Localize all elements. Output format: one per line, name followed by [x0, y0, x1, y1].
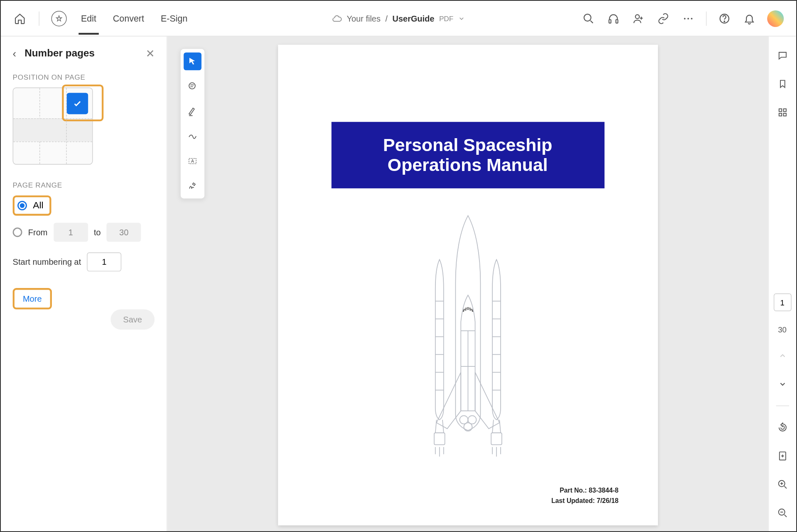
document-area: Personal Spaceship Operations Manual	[167, 37, 768, 532]
svg-point-5	[687, 17, 689, 19]
document-title: Personal Spaceship Operations Manual	[331, 122, 604, 188]
breadcrumb-ext: PDF	[439, 14, 453, 22]
svg-text:A: A	[191, 159, 194, 164]
to-label: to	[94, 227, 101, 237]
breadcrumb-sep: /	[385, 14, 388, 23]
sign-tool[interactable]	[183, 177, 201, 195]
select-tool[interactable]	[183, 52, 201, 70]
svg-point-6	[691, 17, 692, 19]
to-input[interactable]	[107, 223, 141, 242]
svg-rect-1	[609, 20, 611, 23]
svg-line-22	[465, 307, 466, 310]
floating-toolbar: A	[180, 48, 205, 199]
total-pages: 30	[778, 325, 787, 334]
svg-line-25	[471, 309, 472, 312]
comment-tool[interactable]	[183, 77, 201, 95]
tutorial-highlight-all: All	[13, 195, 51, 216]
start-label: Start numbering at	[13, 257, 81, 267]
svg-point-0	[584, 14, 591, 21]
help-icon[interactable]	[717, 11, 731, 25]
number-pages-panel: ‹ Number pages ✕ Position on page Page r…	[1, 37, 167, 532]
svg-point-8	[724, 21, 725, 22]
grid-icon[interactable]	[775, 105, 789, 120]
headphones-icon[interactable]	[606, 11, 621, 25]
page-down-icon[interactable]	[775, 377, 789, 391]
rotate-icon[interactable]	[775, 420, 789, 434]
spaceship-illustration	[406, 212, 530, 473]
breadcrumb-filename[interactable]: UserGuide	[392, 14, 434, 23]
svg-rect-43	[783, 113, 786, 116]
bell-icon[interactable]	[742, 11, 756, 25]
from-input[interactable]	[54, 223, 88, 242]
from-label: From	[28, 227, 48, 237]
back-icon[interactable]: ‹	[13, 47, 17, 60]
radio-from[interactable]	[13, 227, 22, 237]
home-icon[interactable]	[13, 11, 27, 25]
zoom-out-icon[interactable]	[775, 506, 789, 520]
tab-esign[interactable]: E-Sign	[159, 13, 190, 23]
page-up-icon[interactable]	[775, 349, 789, 363]
fit-page-icon[interactable]	[775, 449, 789, 463]
svg-line-24	[469, 307, 470, 310]
close-icon[interactable]: ✕	[146, 47, 154, 60]
tutorial-highlight-more: More	[13, 288, 52, 309]
chevron-down-icon[interactable]	[458, 15, 465, 22]
svg-point-31	[464, 423, 472, 431]
link-icon[interactable]	[656, 11, 670, 25]
svg-point-4	[684, 17, 686, 19]
add-person-icon[interactable]	[631, 11, 645, 25]
start-numbering-input[interactable]	[87, 252, 122, 271]
right-rail: 1 30	[768, 37, 796, 532]
topbar: Edit Convert E-Sign Your files / UserGui…	[1, 1, 796, 37]
more-link[interactable]: More	[23, 294, 42, 303]
tutorial-highlight-position	[62, 85, 104, 122]
breadcrumb-prefix[interactable]: Your files	[347, 14, 381, 23]
breadcrumb: Your files / UserGuide PDF	[331, 13, 465, 24]
pdf-page[interactable]: Personal Spaceship Operations Manual	[278, 45, 658, 525]
svg-rect-33	[491, 433, 501, 445]
svg-rect-40	[779, 109, 781, 111]
svg-point-47	[189, 83, 195, 89]
textbox-tool[interactable]: A	[183, 152, 201, 170]
position-section-label: Position on page	[13, 73, 155, 81]
position-grid[interactable]	[13, 88, 93, 165]
save-button[interactable]: Save	[111, 310, 155, 330]
cloud-icon	[331, 13, 342, 24]
avatar[interactable]	[767, 10, 784, 27]
search-icon[interactable]	[582, 11, 596, 25]
range-section-label: Page range	[13, 181, 155, 190]
svg-line-21	[463, 309, 464, 312]
zoom-in-icon[interactable]	[775, 477, 789, 491]
svg-point-3	[636, 15, 640, 19]
comment-icon[interactable]	[775, 48, 789, 62]
svg-rect-2	[616, 20, 618, 23]
tab-edit[interactable]: Edit	[78, 13, 98, 23]
tab-convert[interactable]: Convert	[110, 13, 147, 23]
svg-rect-42	[779, 113, 781, 116]
more-icon[interactable]	[681, 11, 695, 25]
bookmark-icon[interactable]	[775, 77, 789, 91]
draw-tool[interactable]	[183, 127, 201, 145]
radio-all[interactable]	[17, 201, 27, 210]
panel-title: Number pages	[24, 48, 137, 60]
document-meta: Part No.: 83-3844-8 Last Updated: 7/26/1…	[551, 486, 619, 505]
svg-rect-32	[434, 433, 445, 445]
radio-all-label: All	[33, 200, 43, 211]
current-page[interactable]: 1	[773, 293, 791, 311]
highlight-tool[interactable]	[183, 102, 201, 120]
star-tool-icon[interactable]	[51, 11, 67, 26]
svg-rect-41	[783, 109, 786, 111]
